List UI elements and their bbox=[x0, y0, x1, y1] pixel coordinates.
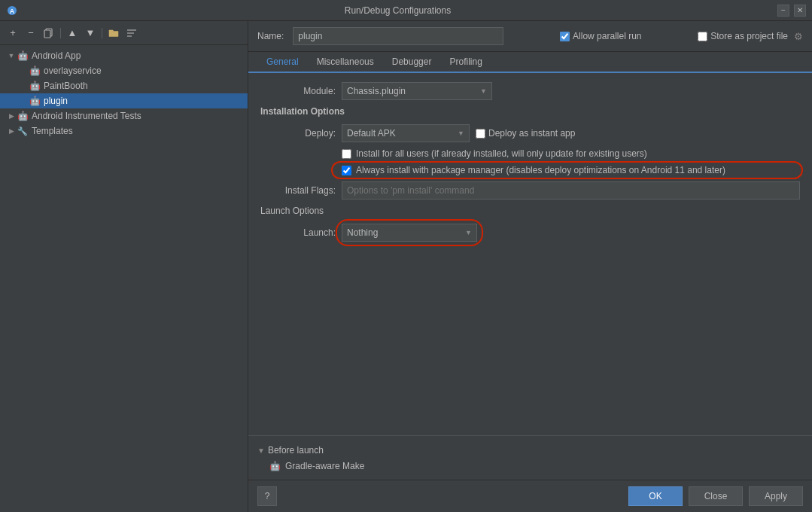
tree-android-app[interactable]: ▼ 🤖 Android App bbox=[0, 48, 248, 63]
tab-debugger[interactable]: Debugger bbox=[383, 52, 441, 73]
gradle-aware-make-item: 🤖 Gradle-aware Make bbox=[248, 459, 812, 474]
ok-button[interactable]: OK bbox=[628, 486, 683, 506]
tabs-row: General Miscellaneous Debugger Profiling bbox=[248, 52, 812, 73]
module-dropdown-arrow: ▼ bbox=[480, 87, 487, 95]
tree-arrow-tests: ▶ bbox=[6, 112, 17, 120]
tree-plugin-label: plugin bbox=[44, 96, 68, 106]
content-area: Module: Chassis.plugin ▼ Installation Op… bbox=[248, 73, 812, 435]
apply-button[interactable]: Apply bbox=[749, 486, 803, 506]
tree-android-app-label: Android App bbox=[32, 50, 81, 61]
close-dialog-button[interactable]: Close bbox=[689, 486, 743, 506]
android-icon-4: 🤖 bbox=[29, 95, 41, 107]
tree-templates-label: Templates bbox=[32, 126, 73, 136]
android-icon: 🤖 bbox=[17, 50, 29, 62]
tab-general[interactable]: General bbox=[257, 52, 308, 73]
deploy-value: Default APK bbox=[347, 128, 396, 139]
tab-profiling[interactable]: Profiling bbox=[440, 52, 491, 73]
install-users-row: Install for all users (if already instal… bbox=[260, 148, 800, 159]
config-header: Name: Allow parallel run Store as projec… bbox=[248, 21, 812, 52]
svg-text:A: A bbox=[10, 8, 15, 15]
module-label: Module: bbox=[260, 86, 336, 96]
tab-miscellaneous[interactable]: Miscellaneous bbox=[308, 52, 383, 73]
deploy-instant-checkbox[interactable] bbox=[476, 129, 485, 139]
store-project-label: Store as project file bbox=[710, 31, 788, 41]
main-layout: + − ▲ ▼ bbox=[0, 21, 812, 512]
sort-button[interactable] bbox=[123, 25, 140, 41]
deploy-instant-container: Deploy as instant app bbox=[476, 128, 575, 139]
deploy-dropdown-arrow: ▼ bbox=[458, 130, 464, 137]
android-icon-2: 🤖 bbox=[29, 65, 41, 77]
tree-arrow-templates: ▶ bbox=[6, 127, 17, 135]
launch-value: Nothing bbox=[347, 227, 378, 238]
tree-overlayservice[interactable]: 🤖 overlayservice bbox=[0, 63, 248, 78]
tree-arrow-android-app: ▼ bbox=[6, 52, 17, 59]
before-launch-section: ▼ Before launch 🤖 Gradle-aware Make bbox=[248, 435, 812, 480]
deploy-label: Deploy: bbox=[260, 128, 336, 139]
launch-dropdown-wrap: Nothing ▼ bbox=[342, 224, 477, 242]
gradle-label: Gradle-aware Make bbox=[285, 461, 364, 471]
right-panel: Name: Allow parallel run Store as projec… bbox=[248, 21, 812, 512]
launch-dropdown[interactable]: Nothing ▼ bbox=[342, 224, 477, 242]
module-row: Module: Chassis.plugin ▼ bbox=[260, 82, 800, 100]
android-icon-5: 🤖 bbox=[17, 110, 29, 122]
module-dropdown[interactable]: Chassis.plugin ▼ bbox=[342, 82, 492, 100]
always-install-label: Always install with package manager (dis… bbox=[356, 165, 725, 175]
deploy-instant-label: Deploy as instant app bbox=[488, 128, 575, 139]
always-install-row: Always install with package manager (dis… bbox=[260, 165, 800, 175]
move-down-button[interactable]: ▼ bbox=[82, 25, 99, 41]
install-users-label: Install for all users (if already instal… bbox=[356, 148, 647, 159]
deploy-row: Deploy: Default APK ▼ Deploy as instant … bbox=[260, 124, 800, 142]
title-bar: A Run/Debug Configurations − ✕ bbox=[0, 0, 812, 21]
tree-android-tests[interactable]: ▶ 🤖 Android Instrumented Tests bbox=[0, 108, 248, 123]
move-up-button[interactable]: ▲ bbox=[64, 25, 81, 41]
allow-parallel-checkbox[interactable] bbox=[560, 32, 570, 41]
config-tree: ▼ 🤖 Android App 🤖 overlayservice 🤖 Paint… bbox=[0, 45, 248, 512]
copy-config-button[interactable] bbox=[41, 25, 57, 41]
remove-config-button[interactable]: − bbox=[23, 25, 39, 41]
add-config-button[interactable]: + bbox=[5, 25, 21, 41]
install-flags-input[interactable] bbox=[342, 181, 800, 200]
tree-overlayservice-label: overlayservice bbox=[44, 66, 102, 76]
tree-templates[interactable]: ▶ 🔧 Templates bbox=[0, 123, 248, 139]
install-flags-label: Install Flags: bbox=[260, 185, 336, 196]
tree-paintbooth-label: PaintBooth bbox=[44, 81, 88, 91]
allow-parallel-container: Allow parallel run bbox=[560, 31, 641, 41]
store-project-container: Store as project file ⚙ bbox=[698, 31, 803, 42]
minimize-button[interactable]: − bbox=[777, 5, 789, 17]
wrench-icon: 🔧 bbox=[17, 125, 29, 137]
svg-rect-3 bbox=[44, 30, 50, 38]
window-controls: − ✕ bbox=[777, 5, 806, 17]
dialog-title: Run/Debug Configurations bbox=[18, 5, 777, 16]
launch-label: Launch: bbox=[260, 227, 336, 238]
launch-dropdown-arrow: ▼ bbox=[465, 229, 472, 236]
allow-parallel-label: Allow parallel run bbox=[573, 31, 641, 41]
gradle-icon: 🤖 bbox=[269, 461, 281, 471]
app-icon: A bbox=[6, 5, 18, 17]
install-flags-row: Install Flags: bbox=[260, 181, 800, 200]
tree-plugin[interactable]: 🤖 plugin bbox=[0, 93, 248, 108]
name-input[interactable] bbox=[293, 27, 503, 45]
launch-options-title: Launch Options bbox=[260, 206, 800, 216]
store-project-checkbox[interactable] bbox=[698, 32, 707, 41]
tree-android-tests-label: Android Instrumented Tests bbox=[32, 111, 141, 121]
left-panel: + − ▲ ▼ bbox=[0, 21, 248, 512]
before-launch-title: Before launch bbox=[268, 445, 324, 456]
help-button[interactable]: ? bbox=[257, 486, 277, 506]
deploy-dropdown[interactable]: Default APK ▼ bbox=[342, 124, 470, 142]
close-button[interactable]: ✕ bbox=[794, 5, 806, 17]
install-users-checkbox[interactable] bbox=[342, 149, 351, 159]
toolbar: + − ▲ ▼ bbox=[0, 21, 248, 45]
name-field-label: Name: bbox=[257, 31, 284, 41]
tree-paintbooth[interactable]: 🤖 PaintBooth bbox=[0, 78, 248, 93]
installation-options-title: Installation Options bbox=[260, 106, 800, 117]
gear-icon[interactable]: ⚙ bbox=[794, 31, 803, 42]
always-install-checkbox[interactable] bbox=[342, 166, 351, 175]
before-launch-arrow: ▼ bbox=[257, 446, 265, 455]
launch-row: Launch: Nothing ▼ bbox=[260, 224, 800, 242]
module-value: Chassis.plugin bbox=[347, 86, 406, 96]
bottom-bar: ? OK Close Apply bbox=[248, 480, 812, 512]
folder-button[interactable] bbox=[105, 25, 122, 41]
before-launch-header[interactable]: ▼ Before launch bbox=[248, 442, 812, 459]
android-icon-3: 🤖 bbox=[29, 80, 41, 92]
